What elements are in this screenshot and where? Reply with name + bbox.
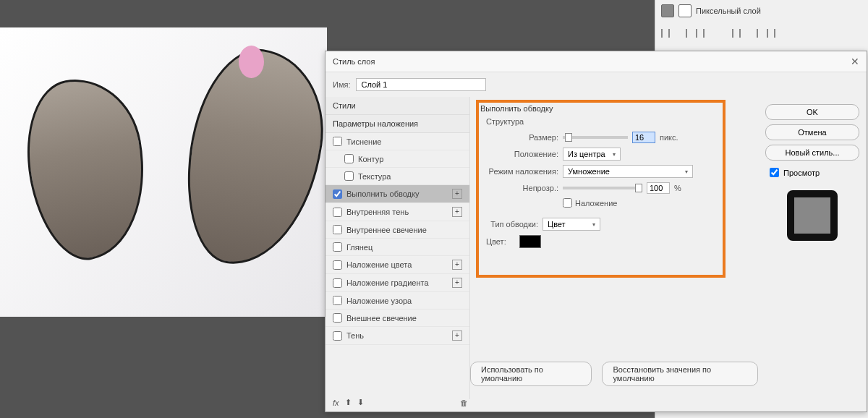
- style-item-внешнее-свечение[interactable]: Внешнее свечение: [326, 310, 469, 327]
- dialog-title: Стиль слоя: [333, 57, 375, 66]
- align-top-icon[interactable]: [732, 29, 741, 38]
- chevron-down-icon: ▾: [613, 151, 616, 158]
- dialog-footer-tools: fx ⬆ ⬇: [333, 398, 364, 407]
- dialog-titlebar[interactable]: Стиль слоя ✕: [326, 51, 867, 72]
- layer-thumbnail-icon: [661, 4, 674, 17]
- position-label: Положение:: [480, 150, 558, 158]
- style-item-label: Наложение цвета: [346, 260, 412, 269]
- style-item-label: Контур: [358, 155, 383, 163]
- arrow-up-icon[interactable]: ⬆: [345, 398, 352, 407]
- layer-name-input[interactable]: [356, 78, 486, 91]
- fill-type-select[interactable]: Цвет ▾: [542, 218, 600, 231]
- add-effect-icon[interactable]: +: [452, 278, 462, 288]
- style-item-тень[interactable]: Тень+: [326, 327, 469, 345]
- reset-default-button[interactable]: Восстановить значения по умолчанию: [602, 362, 758, 386]
- style-checkbox[interactable]: [333, 189, 342, 199]
- style-item-label: Текстура: [358, 172, 391, 181]
- style-item-контур[interactable]: Контур: [326, 150, 469, 168]
- style-checkbox[interactable]: [333, 137, 342, 146]
- position-select[interactable]: Из центра ▾: [563, 148, 621, 161]
- layer-style-dialog: Стиль слоя ✕ Имя: Стили Параметры наложе…: [325, 51, 867, 412]
- blend-mode-label: Режим наложения:: [480, 167, 558, 176]
- align-bottom-icon[interactable]: [767, 29, 775, 38]
- color-swatch[interactable]: [519, 235, 541, 248]
- style-item-выполнить-обводку[interactable]: Выполнить обводку+: [326, 185, 469, 203]
- styles-list: Стили Параметры наложения ТиснениеКонтур…: [326, 97, 470, 399]
- align-toolbar: [655, 22, 868, 45]
- style-item-label: Наложение узора: [346, 297, 412, 305]
- fx-menu-icon[interactable]: fx: [333, 398, 339, 407]
- opacity-input[interactable]: [647, 182, 670, 194]
- align-middle-icon[interactable]: [749, 29, 758, 38]
- overprint-checkbox[interactable]: Наложение: [563, 198, 617, 208]
- style-checkbox[interactable]: [333, 242, 342, 252]
- styles-header: Стили: [326, 97, 469, 115]
- layer-mask-icon: [678, 4, 692, 17]
- opacity-label: Непрозр.:: [480, 184, 558, 192]
- style-settings-panel: Выполнить обводку Структура Размер: пикс…: [470, 97, 758, 399]
- ok-button[interactable]: OK: [765, 104, 859, 120]
- chevron-down-icon: ▾: [685, 169, 688, 175]
- style-checkbox[interactable]: [333, 296, 342, 305]
- add-effect-icon[interactable]: +: [452, 260, 462, 270]
- style-item-глянец[interactable]: Глянец: [326, 239, 469, 256]
- size-input[interactable]: [632, 132, 655, 143]
- size-slider[interactable]: [563, 136, 628, 139]
- section-title: Выполнить обводку: [480, 104, 748, 113]
- align-right-icon[interactable]: [696, 29, 705, 38]
- size-unit: пикс.: [660, 133, 678, 142]
- style-item-текстура[interactable]: Текстура: [326, 168, 469, 185]
- style-item-внутренняя-тень[interactable]: Внутренняя тень+: [326, 203, 469, 221]
- style-checkbox[interactable]: [333, 278, 342, 288]
- style-checkbox[interactable]: [333, 313, 342, 323]
- blending-options-item[interactable]: Параметры наложения: [326, 115, 469, 133]
- style-item-label: Выполнить обводку: [346, 189, 419, 198]
- style-item-label: Тиснение: [346, 137, 381, 146]
- style-item-наложение-цвета[interactable]: Наложение цвета+: [326, 256, 469, 274]
- style-checkbox[interactable]: [333, 331, 342, 341]
- style-checkbox[interactable]: [333, 225, 342, 234]
- cat-silhouette: [14, 69, 160, 268]
- style-item-тиснение[interactable]: Тиснение: [326, 133, 469, 150]
- pink-toy: [239, 46, 264, 78]
- fill-type-label: Тип обводки:: [480, 220, 538, 229]
- dialog-action-column: OK Отмена Новый стиль... Просмотр: [758, 97, 867, 399]
- style-preview-thumbnail: [787, 190, 838, 241]
- layer-name: Пиксельный слой: [696, 7, 761, 15]
- close-icon[interactable]: ✕: [851, 56, 859, 67]
- style-item-label: Внутреннее свечение: [346, 226, 427, 234]
- canvas-area: [0, 27, 327, 317]
- style-item-наложение-узора[interactable]: Наложение узора: [326, 292, 469, 310]
- blend-mode-select[interactable]: Умножение ▾: [563, 165, 693, 178]
- size-label: Размер:: [480, 133, 558, 142]
- structure-title: Структура: [486, 117, 748, 126]
- style-item-label: Наложение градиента: [346, 278, 429, 287]
- preview-checkbox[interactable]: Просмотр: [770, 168, 859, 177]
- style-item-наложение-градиента[interactable]: Наложение градиента+: [326, 274, 469, 292]
- style-item-label: Глянец: [346, 243, 373, 252]
- name-label: Имя:: [333, 80, 350, 89]
- style-item-label: Внутренняя тень: [346, 208, 409, 216]
- style-checkbox[interactable]: [333, 260, 342, 270]
- style-item-label: Тень: [346, 331, 364, 340]
- add-effect-icon[interactable]: +: [452, 330, 462, 341]
- style-checkbox[interactable]: [333, 208, 342, 217]
- style-item-внутреннее-свечение[interactable]: Внутреннее свечение: [326, 221, 469, 239]
- add-effect-icon[interactable]: +: [452, 207, 462, 217]
- style-checkbox[interactable]: [344, 154, 354, 163]
- cancel-button[interactable]: Отмена: [765, 124, 859, 140]
- make-default-button[interactable]: Использовать по умолчанию: [470, 362, 592, 386]
- trash-icon[interactable]: 🗑: [460, 398, 468, 407]
- color-label: Цвет:: [486, 237, 515, 246]
- chevron-down-icon: ▾: [592, 221, 595, 228]
- add-effect-icon[interactable]: +: [452, 189, 462, 199]
- opacity-unit: %: [674, 184, 681, 192]
- arrow-down-icon[interactable]: ⬇: [357, 398, 364, 407]
- style-checkbox[interactable]: [344, 171, 354, 181]
- opacity-slider[interactable]: [563, 187, 642, 189]
- style-item-label: Внешнее свечение: [346, 314, 417, 323]
- layer-row[interactable]: Пиксельный слой: [655, 0, 868, 22]
- align-center-icon[interactable]: [678, 29, 687, 38]
- new-style-button[interactable]: Новый стиль...: [765, 145, 859, 161]
- align-left-icon[interactable]: [661, 29, 670, 38]
